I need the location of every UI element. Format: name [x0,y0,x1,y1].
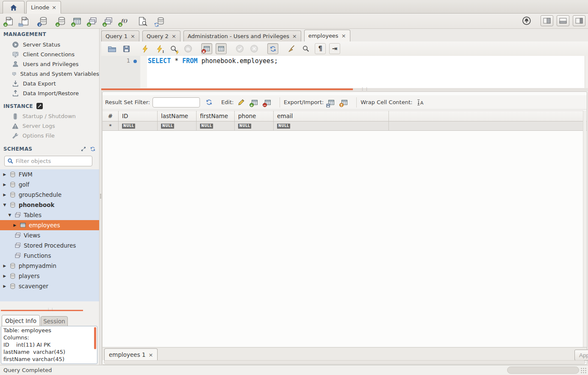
add-row-icon[interactable] [250,97,260,108]
connection-tab[interactable]: Linode × [26,1,61,14]
toggle-right-panel-button[interactable] [573,15,585,26]
chevron-right-icon[interactable] [3,172,7,176]
chevron-right-icon[interactable] [3,264,7,268]
reconnect-dbms-button[interactable] [155,15,166,27]
schema-filter-input[interactable] [16,158,83,164]
status-scrollbar-thumb[interactable] [507,367,579,374]
sidebar-item-data-import[interactable]: Data Import/Restore [0,88,99,98]
sidebar-item-startup-shutdown[interactable]: Startup / Shutdown [0,111,99,121]
wrap-text-button[interactable] [329,43,340,54]
refresh-results-icon[interactable] [204,97,214,108]
column-header-lastname[interactable]: lastName [158,111,197,121]
cell-firstname[interactable]: NULL [197,121,235,130]
cell-email[interactable]: NULL [274,121,389,130]
create-view-button[interactable] [87,15,99,27]
create-table-button[interactable] [71,15,83,27]
toggle-bottom-panel-button[interactable] [557,15,569,26]
beautify-sql-button[interactable] [286,43,297,54]
edit-record-icon[interactable] [236,97,247,108]
save-script-button[interactable] [121,43,132,54]
wrap-cell-content-icon[interactable] [415,97,425,108]
search-table-data-button[interactable] [136,15,148,27]
chevron-down-icon[interactable] [8,213,12,217]
editor-results-splitter[interactable]: ⋮⋮ [101,88,588,91]
tree-item-functions[interactable]: Functions [0,251,99,261]
close-icon[interactable]: × [130,33,135,39]
cell-phone[interactable]: NULL [235,121,274,130]
execute-statement-button[interactable] [139,43,150,54]
sidebar-item-status-variables[interactable]: Status and System Variables [0,69,99,79]
chevron-right-icon[interactable] [3,193,7,197]
sidebar-item-server-status[interactable]: Server Status [0,40,99,50]
tree-item-stored-procedures[interactable]: Stored Procedures [0,240,99,251]
delete-row-icon[interactable] [263,97,273,108]
editor-scrollbar[interactable] [585,56,588,88]
chevron-right-icon[interactable] [3,284,7,288]
create-function-button[interactable] [118,15,130,27]
sidebar-item-options-file[interactable]: Options File [0,131,99,141]
show-invisibles-button[interactable] [315,43,326,54]
tree-item-schema[interactable]: FWM [0,169,99,179]
find-button[interactable] [300,43,311,54]
close-icon[interactable]: × [149,352,153,358]
sidebar-item-data-export[interactable]: Data Export [0,79,99,88]
schema-inspector-button[interactable] [37,15,49,27]
create-schema-button[interactable] [55,15,67,27]
export-results-icon[interactable] [326,97,336,108]
tab-query-2[interactable]: Query 2× [142,30,180,41]
refresh-schemas-icon[interactable] [90,146,96,152]
tree-item-schema[interactable]: players [0,271,99,281]
results-horizontal-scrollbar[interactable] [104,360,585,364]
tree-item-views[interactable]: Views [0,230,99,240]
cell-id[interactable]: NULL [119,121,158,130]
toggle-left-panel-button[interactable] [541,15,553,26]
tree-item-schema[interactable]: scavenger [0,281,99,291]
cell-lastname[interactable]: NULL [158,121,197,130]
close-icon[interactable]: × [341,33,346,39]
result-set-tab[interactable]: employees 1 × [104,348,158,361]
sidebar-item-client-connections[interactable]: Client Connections [0,50,99,59]
close-icon[interactable]: × [52,4,56,11]
chevron-right-icon[interactable] [3,182,7,187]
column-header-rownum[interactable]: # [103,111,119,121]
limit-rows-button[interactable] [216,43,227,54]
toggle-autocommit-button[interactable] [267,43,278,54]
object-info-scrollbar[interactable] [94,327,96,349]
results-vertical-scrollbar[interactable] [583,110,586,347]
tree-item-schema-phonebook[interactable]: phonebook [0,200,99,210]
resize-grip[interactable] [580,367,587,374]
sidebar-item-users-privileges[interactable]: Users and Privileges [0,59,99,69]
close-icon[interactable]: × [292,33,297,39]
chevron-right-icon[interactable] [3,274,7,278]
explain-plan-button[interactable] [168,43,179,54]
column-header-firstname[interactable]: firstName [197,111,235,121]
chevron-down-icon[interactable] [3,203,7,207]
apply-button[interactable]: Apply [574,350,588,361]
tab-object-info[interactable]: Object Info [2,315,40,326]
tab-query-1[interactable]: Query 1× [101,30,139,41]
import-records-icon[interactable] [339,97,349,108]
tab-employees[interactable]: employees× [304,30,350,41]
table-row-insert[interactable]: * NULL NULL NULL NULL NULL [103,121,587,131]
tree-item-table-employees[interactable]: employees [0,220,99,230]
notification-bell-icon[interactable] [522,16,531,25]
result-set-filter-input[interactable] [153,97,200,108]
column-header-email[interactable]: email [274,111,389,121]
chevron-right-icon[interactable] [13,223,17,227]
tree-item-schema[interactable]: groupSchedule [0,190,99,200]
tree-item-schema[interactable]: golf [0,179,99,190]
open-file-button[interactable] [106,43,117,54]
sidebar-splitter[interactable]: ⋮⋮ [1,310,83,311]
home-tab[interactable] [3,1,25,14]
sql-editor[interactable]: 1 SELECT * FROM phonebook.employees; [101,56,588,88]
expand-panel-icon[interactable] [80,146,86,152]
toggle-stop-on-error-button[interactable] [201,43,212,54]
tab-administration[interactable]: Administration - Users and Privileges× [183,30,301,41]
open-sql-script-button[interactable]: SQL [19,15,31,27]
column-header-phone[interactable]: phone [235,111,274,121]
execute-current-button[interactable]: I [154,43,165,54]
new-query-tab-button[interactable]: SQL [3,15,15,27]
tree-item-schema[interactable]: phpmyadmin [0,261,99,271]
tab-session[interactable]: Session [41,316,68,326]
close-icon[interactable]: × [172,33,176,39]
